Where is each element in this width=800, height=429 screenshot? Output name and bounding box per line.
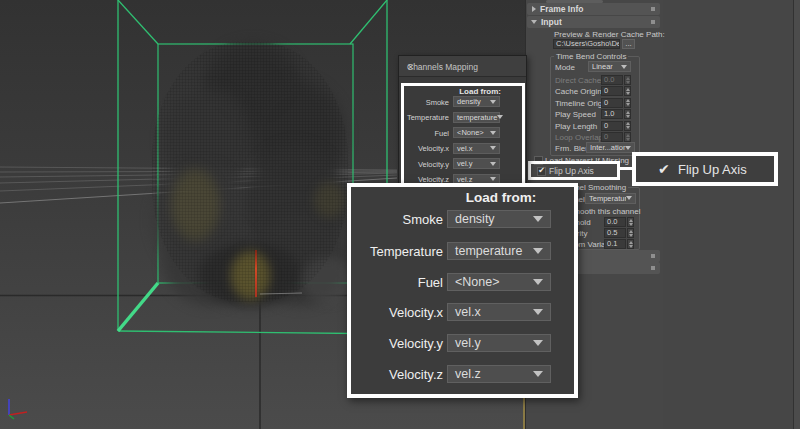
spinner-down-icon [626, 81, 630, 84]
direct-cache-index-field: 0.0 [601, 75, 623, 85]
spinner-down-icon [629, 234, 633, 237]
check-icon: ✔ [538, 167, 545, 174]
chevron-down-icon [621, 65, 627, 69]
close-icon[interactable]: ✕ [407, 62, 520, 72]
flip-up-axis-callout: ✔ Flip Up Axis [632, 152, 778, 186]
spinner-up-icon [626, 122, 630, 125]
rollout-title: Input [541, 17, 562, 27]
chevron-down-icon [533, 279, 543, 285]
smooth-channel-label: Smooth this channel [568, 207, 641, 216]
spinner-down-icon [626, 103, 630, 106]
cache-origin-field[interactable]: 0 [601, 86, 623, 96]
rollout-collapsed-arrow-icon [532, 6, 536, 12]
timeline-origin-field[interactable]: 0 [601, 98, 623, 108]
similarity-field[interactable]: 0.5 [604, 228, 626, 238]
spinner-down-icon [626, 126, 630, 129]
velocity-z-value: vel.z [455, 367, 481, 381]
cache-path-field[interactable]: C:\Users\Gosho\Desktop\ [553, 39, 620, 49]
velocity-z-dropdown-zoomed: vel.z [447, 365, 551, 383]
spinner-down-icon [626, 115, 630, 118]
command-panel-background [663, 0, 793, 429]
smoke-dropdown-zoomed: density [447, 210, 551, 228]
spinner-down-icon [629, 245, 633, 248]
fuel-label: Fuel [351, 275, 443, 290]
panel-right-strip [794, 0, 800, 429]
mode-label: Mode [555, 63, 575, 72]
channel-dropdown[interactable]: Temperature [585, 193, 636, 204]
flip-up-axis-label: Flip Up Axis [549, 167, 594, 176]
play-length-field[interactable]: 0 [601, 121, 623, 131]
mode-dropdown[interactable]: Linear [588, 61, 631, 72]
flip-up-axis-label: Flip Up Axis [678, 162, 747, 177]
spinner-up-icon [626, 77, 630, 80]
cache-origin-spinner[interactable] [624, 86, 631, 96]
chevron-down-icon [533, 340, 543, 346]
play-length-label: Play Length [555, 122, 597, 131]
fuel-dropdown-zoomed: <None> [447, 273, 551, 291]
loop-overlap-label: Loop Overlap [555, 133, 603, 142]
smoke-value: density [455, 212, 495, 226]
direct-cache-index-spinner [624, 75, 631, 85]
random-variation-spinner[interactable] [627, 239, 634, 249]
timeline-origin-spinner[interactable] [624, 98, 631, 108]
similarity-spinner[interactable] [627, 228, 634, 238]
cache-path-label: Preview & Render Cache Path: [554, 30, 665, 39]
play-speed-spinner[interactable] [624, 109, 631, 119]
flip-up-axis-checkbox[interactable]: ✔ [537, 167, 546, 176]
temperature-label: Temperature [351, 244, 443, 259]
frm-blend-dropdown[interactable]: Inter...ation [586, 142, 635, 153]
world-axis-gizmo [9, 399, 27, 419]
rollout-pin-icon [651, 20, 655, 24]
rollout-pin-icon [651, 254, 655, 258]
velocity-x-value: vel.x [455, 305, 481, 319]
threshold-field[interactable]: 0.0 [604, 217, 626, 227]
spinner-up-icon [626, 134, 630, 137]
loop-overlap-field: 0 [601, 132, 623, 142]
spinner-up-icon [626, 99, 630, 102]
spinner-up-icon [629, 230, 633, 233]
rollout-pin-icon [651, 266, 655, 270]
spinner-down-icon [626, 138, 630, 141]
velocity-x-dropdown-zoomed: vel.x [447, 303, 551, 321]
fuel-value: <None> [455, 275, 499, 289]
chevron-down-icon [533, 371, 543, 377]
channel-value: Temperature [589, 194, 626, 203]
mode-value: Linear [592, 62, 613, 71]
velocity-z-label: Velocity.z [351, 367, 443, 382]
rollout-title: Frame Info [540, 4, 583, 14]
spinner-down-icon [629, 223, 633, 226]
smoke-label: Smoke [351, 212, 443, 227]
play-speed-field[interactable]: 1.0 [601, 109, 623, 119]
velocity-x-label: Velocity.x [351, 305, 443, 320]
chevron-down-icon [626, 196, 632, 200]
chevron-down-icon [533, 248, 543, 254]
play-length-spinner[interactable] [624, 121, 631, 131]
channels-mapping-dialog: Channels Mapping ✕ Load from: Smoke dens… [398, 55, 527, 195]
chevron-down-icon [533, 216, 543, 222]
threshold-spinner[interactable] [627, 217, 634, 227]
application-window: Frame Info Input Preview & Render Cache … [0, 0, 800, 429]
temperature-value: temperature [455, 244, 522, 258]
dialog-content-highlight [401, 83, 525, 192]
dialog-title-bar[interactable]: Channels Mapping ✕ [399, 56, 526, 77]
rollout-frame-info[interactable]: Frame Info [527, 3, 660, 15]
spinner-up-icon [626, 111, 630, 114]
velocity-y-value: vel.y [455, 336, 481, 350]
rollout-input[interactable]: Input [527, 16, 660, 28]
channels-mapping-callout: Load from: Smoke density Temperature tem… [347, 183, 578, 398]
velocity-y-label: Velocity.y [351, 336, 443, 351]
time-bend-group-title: Time Bend Controls [554, 52, 628, 61]
spinner-up-icon [629, 241, 633, 244]
loop-overlap-spinner [624, 132, 631, 142]
rollout-expanded-arrow-icon [531, 20, 537, 24]
check-icon: ✔ [658, 161, 670, 177]
play-speed-label: Play Speed [555, 110, 596, 119]
load-from-header: Load from: [447, 190, 555, 205]
velocity-y-dropdown-zoomed: vel.y [447, 334, 551, 352]
rollout-pin-icon [651, 7, 655, 11]
frm-blend-value: Inter...ation [590, 143, 625, 152]
browse-button[interactable]: ... [622, 39, 635, 49]
chevron-down-icon [533, 309, 543, 315]
spinner-up-icon [629, 219, 633, 222]
random-variation-field[interactable]: 0.1 [604, 239, 626, 249]
